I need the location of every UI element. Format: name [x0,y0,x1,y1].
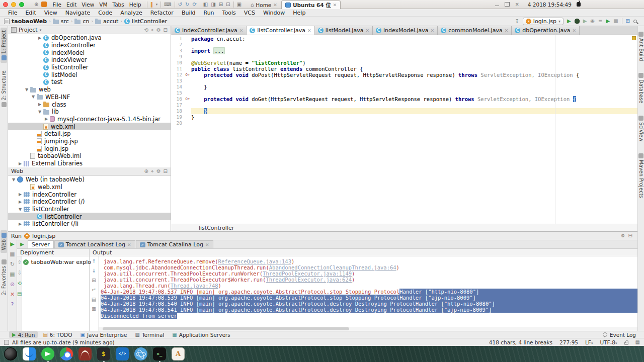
chevron-down-icon[interactable]: ▼ [10,177,17,182]
close-icon[interactable]: ✕ [273,3,277,8]
run-icon[interactable]: ▶ [12,332,16,338]
menu-vcs[interactable]: VCS [240,10,259,16]
line-separator-selector[interactable]: LF▾ [585,339,593,345]
tree-item-lib[interactable]: ▼lib [8,108,171,116]
tree-item-indexviewer[interactable]: CindexViewer [8,56,171,64]
tree-item-taobaoweb-iml[interactable]: taobaoWeb.iml [8,152,171,160]
toolwindow-button----structure[interactable]: 2: Structure [1,68,7,109]
code-line-12[interactable]: 12o↑ protected void doPost(HttpServletRe… [171,72,637,78]
tree-item-jumping-jsp[interactable]: jumping.jsp [8,138,171,145]
tree-item-external-libraries[interactable]: ▶External Libraries [8,160,171,167]
chevron-down-icon[interactable]: ▼ [36,110,43,114]
snapshot-take-icon[interactable]: ↺ [178,2,182,8]
horizontal-scrollbar[interactable] [99,327,637,331]
terminal-tool-icon[interactable]: ▥ [135,332,139,338]
run-tab-tomcat-catalina-log[interactable]: >Tomcat Catalina Log✕ [136,240,213,248]
toolwindow-button----favorites[interactable]: 2: Favorites [1,257,7,298]
clear-icon[interactable]: ⊠ [92,306,96,312]
code-dock-icon[interactable]: </> [116,347,129,360]
editor-tab-listcontroller-java[interactable]: ClistController.java✕ [247,26,314,35]
tree-item-indexcontroller[interactable]: CindexController [8,42,171,49]
locate-icon[interactable]: ⌖ [151,27,154,33]
vm-menu-file[interactable]: File [50,2,64,8]
library-panel-icon[interactable]: ▣ [237,2,242,8]
code-line-15[interactable]: 15 [171,90,637,96]
prompt-dock-icon[interactable]: $ [97,347,110,360]
close-icon[interactable]: ✕ [505,28,509,33]
code-line-1[interactable]: 1package cn.accut; [171,36,637,42]
close-icon[interactable]: ✕ [307,28,311,33]
editor-tab-commonmodel-java[interactable]: CcommonModel.java✕ [438,26,512,35]
tree-item-mysql-connector-java-5-1-45-bin-jar[interactable]: ▶mysql-connector-java-5.1.45-bin.jar [8,116,171,123]
chevron-down-icon[interactable]: ▼ [17,207,24,212]
close-icon[interactable]: ✕ [10,292,15,298]
paper-plane-dock-icon[interactable] [41,347,54,360]
toolwindow-tab-terminal[interactable]: ▥Terminal [132,331,167,338]
encoding-selector[interactable]: UTF-8▾ [600,339,617,345]
menu-help[interactable]: Help [289,10,309,16]
toolwindow-button-ant-build[interactable]: Ant Build [638,29,644,63]
pause-dropdown-icon[interactable]: ▾ [156,2,158,8]
jee-icon[interactable]: ▣ [80,332,85,338]
pages-dock-icon[interactable]: A [172,347,185,360]
dash-dock-icon[interactable] [78,347,92,360]
tree-item-detail-jsp[interactable]: detail.jsp [8,130,171,138]
profiler-icon[interactable]: ◉ [590,18,595,24]
tree-item-web-inf[interactable]: ▼WEB-INF [8,94,171,101]
console-log-line[interactable]: 04-Jan-2018 19:47:08.541 INFO [main] org… [101,307,637,313]
deployment-item[interactable]: ✓taobaoWeb:war explo [22,258,91,265]
soft-wrap-icon[interactable]: ↵ [92,287,96,293]
chevron-right-icon[interactable]: ▶ [43,117,50,121]
editor-tab-indexmodel-java[interactable]: CindexModel.java✕ [373,26,438,35]
code-line-14[interactable]: 14 } [171,84,637,90]
tree-item-web-xml[interactable]: web.xml [8,123,171,130]
source-link[interactable]: Thread.java:748 [171,283,218,289]
chevron-right-icon[interactable]: ▶ [17,200,24,204]
close-icon[interactable]: ✕ [127,242,131,247]
fullscreen-icon[interactable]: ⊞ [219,2,223,8]
tree-item-login-jsp[interactable]: login.jsp [8,145,171,152]
code-line-16[interactable]: 16o↑ protected void doGet(HttpServletReq… [171,96,637,102]
atom-dock-icon[interactable] [134,347,147,360]
artifact-icon[interactable]: ▤ [17,291,22,297]
tree-item-listcontroller[interactable]: ClistController [8,64,171,71]
chevron-down-icon[interactable]: ▼ [23,87,30,92]
editor-tab-listmodel-java[interactable]: ClistModel.java✕ [315,26,373,35]
source-link[interactable]: ThreadPoolExecutor.java:624 [266,277,352,283]
toolwindow-button-sciview[interactable]: SciView [638,113,644,144]
restore-icon[interactable] [505,2,510,7]
down-stack-icon[interactable]: ↓ [92,268,96,274]
locate-icon[interactable]: ⌖ [151,168,154,174]
toolwindow-toggle-icon[interactable] [4,340,9,345]
rerun-server-icon[interactable]: ▶ [20,241,24,247]
tree-item-listcontroller[interactable]: ▼listController [8,206,171,213]
console-log-line[interactable]: 04-Jan-2018 19:47:08.540 INFO [main] org… [101,301,637,307]
restart-icon[interactable]: ↻ [10,261,15,267]
code-line-18[interactable]: 18 } [171,108,637,114]
tree-item-indexcontroller[interactable]: ▶indexController [8,191,171,198]
menu-refactor[interactable]: Refactor [146,10,178,16]
chevron-right-icon[interactable]: ▶ [36,102,43,107]
coverage-icon[interactable]: ▶ [583,18,587,24]
ui-layout-icon[interactable]: ⊞ [626,18,630,24]
close-icon[interactable]: ✕ [239,28,244,33]
hide-icon[interactable]: ⊟ [164,168,168,174]
snapshot-revert-icon[interactable]: ↻ [185,2,189,8]
code-line-3[interactable]: 3import ... [171,48,637,54]
menu-file[interactable]: File [4,10,21,16]
menu-view[interactable]: View [40,10,61,16]
console-output[interactable]: java.lang.ref.ReferenceQueue.remove(Refe… [99,256,637,327]
expand-all-icon[interactable]: ⊕ [144,168,148,174]
chevron-right-icon[interactable]: ▶ [17,222,24,226]
pin-icon[interactable]: ⊕ [34,2,38,8]
lock-icon[interactable] [624,342,628,345]
ubuntu-dock-icon[interactable] [4,347,17,360]
tree-item-test[interactable]: Ctest [8,78,171,86]
appserver-icon[interactable]: ▦ [172,332,177,338]
close-icon[interactable]: ✕ [431,28,435,33]
menu-edit[interactable]: Edit [21,10,40,16]
tree-item-class[interactable]: ▶class [8,101,171,108]
console-log-line[interactable]: Disconnected from server [101,313,637,319]
toolwindow-button-maven-projects[interactable]: Maven Projects [638,151,644,201]
close-window-icon[interactable] [3,2,8,7]
